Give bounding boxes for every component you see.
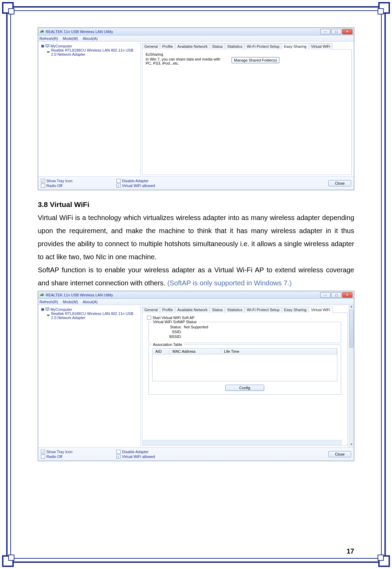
section-paragraph-1: Virtual WiFi is a technology which virtu… [38, 211, 354, 263]
disable-adapter-checkbox[interactable]: Disable Adapter [116, 450, 155, 454]
scroll-down-icon[interactable]: ▼ [349, 443, 354, 447]
close-window-button[interactable]: ✕ [342, 292, 352, 298]
tab-statistics[interactable]: Statistics [225, 43, 245, 50]
config-button[interactable]: Config [225, 385, 265, 391]
tab-easy-sharing[interactable]: Easy Sharing [282, 43, 309, 50]
show-tray-checkbox[interactable]: ✓Show Tray Icon [41, 450, 72, 454]
frame-corner-inner [378, 8, 384, 14]
radio-off-checkbox[interactable]: Radio Off [41, 455, 72, 459]
tab-virtual-wifi[interactable]: Virtual WiFi [309, 43, 333, 50]
computer-icon [45, 307, 49, 311]
page-number: 17 [347, 547, 354, 555]
tab-strip: General Profile Available Network Status… [142, 43, 352, 50]
softap-status-group: Virtual WiFi SoftAP Status Status:Not Su… [148, 322, 341, 343]
tree-adapter-label: Realtek RTL8188CU Wireless LAN 802.11n U… [51, 48, 137, 56]
computer-icon [45, 44, 49, 48]
show-tray-checkbox[interactable]: ✓Show Tray Icon [41, 179, 72, 183]
device-tree-pane: ▣ MyComputer Realtek RTL8188CU Wireless … [38, 305, 141, 447]
tab-status[interactable]: Status [210, 43, 225, 50]
col-life-time[interactable]: Life Time [221, 349, 337, 354]
tab-profile[interactable]: Profile [160, 43, 175, 50]
frame-corner-inner [378, 555, 384, 561]
tree-expand-icon[interactable]: ▣ [41, 307, 44, 311]
tab-general[interactable]: General [142, 307, 160, 313]
title-bar[interactable]: REALTEK 11n USB Wireless LAN Utility — ▢… [38, 28, 354, 35]
app-window-virtual-wifi: REALTEK 11n USB Wireless LAN Utility — ▢… [38, 291, 354, 461]
window-title: REALTEK 11n USB Wireless LAN Utility [46, 293, 320, 297]
menu-bar: Refresh(R) Mode(M) About(A) [38, 35, 354, 42]
adapter-icon [47, 51, 50, 54]
menu-bar: Refresh(R) Mode(M) About(A) [38, 299, 354, 305]
tree-adapter[interactable]: Realtek RTL8188CU Wireless LAN 802.11n U… [41, 311, 137, 320]
vertical-scrollbar[interactable]: ▲ ▼ [349, 305, 354, 447]
ssid-label: SSID: [166, 330, 182, 334]
close-window-button[interactable]: ✕ [342, 29, 352, 34]
association-table-legend: Association Table [152, 342, 183, 347]
tab-profile[interactable]: Profile [160, 307, 175, 313]
menu-about[interactable]: About(A) [83, 36, 98, 41]
col-mac[interactable]: MAC Address [170, 349, 221, 354]
horizontal-scrollbar[interactable] [143, 440, 342, 445]
title-bar[interactable]: REALTEK 11n USB Wireless LAN Utility — ▢… [38, 291, 354, 299]
menu-about[interactable]: About(A) [83, 300, 98, 304]
svg-rect-5 [46, 308, 49, 310]
section-heading: 3.8 Virtual WiFi [38, 200, 354, 209]
tab-content-easy-sharing: EzSharing In Win 7, you can share data a… [142, 50, 352, 175]
scroll-thumb[interactable] [349, 310, 354, 348]
softap-status-legend: Virtual WiFi SoftAP Status [152, 320, 198, 324]
tree-adapter[interactable]: Realtek RTL8188CU Wireless LAN 802.11n U… [41, 48, 137, 56]
scroll-up-icon[interactable]: ▲ [349, 305, 354, 309]
menu-refresh[interactable]: Refresh(R) [40, 300, 58, 304]
svg-rect-6 [47, 310, 48, 311]
svg-rect-3 [47, 51, 49, 53]
close-button[interactable]: Close [328, 180, 351, 186]
tree-root[interactable]: ▣ MyComputer [41, 307, 137, 311]
window-title: REALTEK 11n USB Wireless LAN Utility [46, 30, 320, 34]
col-aid[interactable]: AID [153, 349, 170, 354]
minimize-button[interactable]: — [320, 29, 331, 34]
start-virtual-wifi-checkbox[interactable]: Start Virtual WiFi Soft AP [147, 316, 344, 320]
tab-content-virtual-wifi: Start Virtual WiFi Soft AP Virtual WiFi … [142, 313, 348, 446]
virtual-wifi-allowed-checkbox[interactable]: ✓Virtual WiFi allowed [116, 455, 155, 459]
minimize-button[interactable]: — [320, 292, 331, 298]
tab-general[interactable]: General [142, 43, 160, 50]
tree-adapter-label: Realtek RTL8188CU Wireless LAN 802.11n U… [51, 311, 137, 320]
tab-available-network[interactable]: Available Network [175, 307, 210, 313]
tab-wifi-protect[interactable]: Wi-Fi Protect Setup [244, 307, 282, 313]
ezsharing-heading: EzSharing [146, 52, 348, 56]
svg-rect-1 [46, 44, 49, 47]
association-table-group: Association Table AID MAC Address Life T… [148, 344, 341, 395]
disable-adapter-checkbox[interactable]: Disable Adapter [116, 179, 155, 183]
tab-easy-sharing[interactable]: Easy Sharing [282, 307, 309, 313]
svg-rect-2 [47, 47, 48, 47]
maximize-button[interactable]: ▢ [331, 29, 341, 34]
tab-virtual-wifi[interactable]: Virtual WiFi [309, 307, 333, 313]
close-button[interactable]: Close [328, 451, 351, 457]
menu-mode[interactable]: Mode(M) [63, 300, 78, 304]
tab-statistics[interactable]: Statistics [225, 307, 245, 313]
bottom-bar: ✓Show Tray Icon Radio Off Disable Adapte… [38, 447, 354, 461]
tree-root[interactable]: ▣ MyComputer [41, 44, 137, 48]
tab-available-network[interactable]: Available Network [175, 43, 210, 50]
maximize-button[interactable]: ▢ [331, 292, 341, 298]
tab-status[interactable]: Status [210, 307, 225, 313]
status-value: Not Supported [184, 325, 208, 329]
tab-strip: General Profile Available Network Status… [142, 306, 348, 313]
tree-expand-icon[interactable]: ▣ [41, 44, 44, 48]
bottom-bar: ✓Show Tray Icon Radio Off Disable Adapte… [38, 176, 354, 190]
svg-point-0 [41, 30, 42, 31]
radio-off-checkbox[interactable]: Radio Off [41, 184, 72, 188]
svg-point-4 [41, 293, 42, 294]
status-label: Status: [166, 325, 182, 329]
menu-mode[interactable]: Mode(M) [63, 36, 78, 41]
app-icon [40, 293, 44, 297]
section-paragraph-2: SoftAP function is to enable your wirele… [38, 263, 354, 289]
virtual-wifi-allowed-checkbox[interactable]: ✓Virtual WiFi allowed [116, 184, 155, 188]
frame-corner-inner [8, 555, 14, 561]
ezsharing-desc: In Win 7, you can share data and media w… [146, 57, 221, 65]
tab-wifi-protect[interactable]: Wi-Fi Protect Setup [244, 43, 282, 50]
app-window-easy-sharing: REALTEK 11n USB Wireless LAN Utility — ▢… [38, 28, 354, 190]
association-table[interactable]: AID MAC Address Life Time [152, 348, 337, 381]
menu-refresh[interactable]: Refresh(R) [40, 36, 58, 41]
manage-shared-folders-button[interactable]: Manage Shared Folder(s) [232, 57, 279, 63]
